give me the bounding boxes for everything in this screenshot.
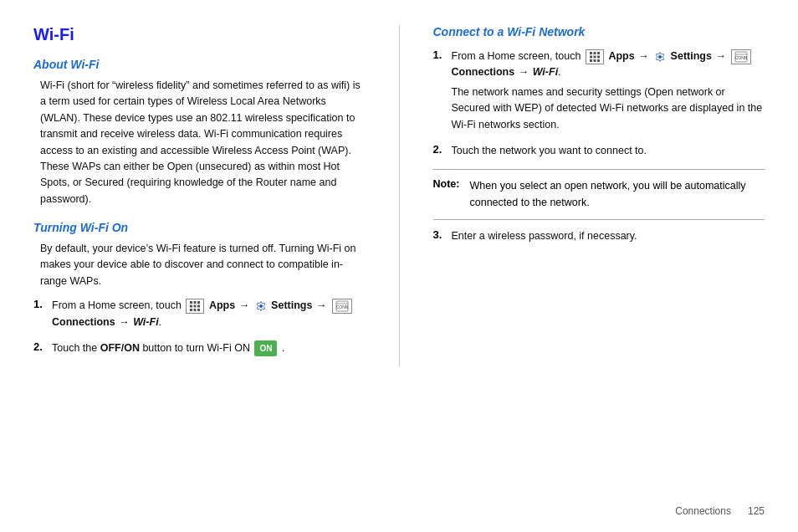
turning-step-2: 2. Touch the OFF/ON button to turn Wi-Fi… bbox=[33, 340, 366, 357]
step-1-content: From a Home screen, touch bbox=[52, 298, 366, 330]
arrow-1: → bbox=[239, 299, 250, 311]
svg-rect-14 bbox=[593, 52, 596, 54]
svg-rect-4 bbox=[194, 304, 197, 307]
svg-rect-2 bbox=[197, 301, 200, 304]
note-row: Note: When you select an open network, y… bbox=[433, 178, 765, 211]
note-text: When you select an open network, you wil… bbox=[470, 178, 765, 211]
connect-apps-label: Apps bbox=[608, 50, 634, 62]
svg-rect-5 bbox=[197, 304, 200, 307]
step-2-content: Touch the OFF/ON button to turn Wi-Fi ON… bbox=[52, 340, 284, 357]
connections-label: Connections bbox=[52, 316, 115, 328]
connect-step-number-2: 2. bbox=[433, 143, 447, 156]
svg-rect-6 bbox=[190, 309, 192, 311]
svg-rect-15 bbox=[597, 52, 600, 54]
connect-step-2: 2. Touch the network you want to connect… bbox=[433, 143, 765, 159]
settings-label: Settings bbox=[271, 299, 312, 311]
note-section: Note: When you select an open network, y… bbox=[433, 169, 765, 220]
svg-rect-21 bbox=[597, 59, 600, 62]
connect-step1-period: . bbox=[558, 66, 560, 78]
arrow-2: → bbox=[316, 299, 327, 311]
connect-step1-sub: The network names and security settings … bbox=[452, 84, 765, 133]
svg-rect-0 bbox=[190, 301, 192, 304]
connect-arrow-1: → bbox=[638, 50, 649, 62]
connect-step-1: 1. From a Home screen, touch bbox=[433, 49, 765, 133]
connections-icon: CONN bbox=[332, 299, 352, 314]
step-number-2: 2. bbox=[33, 340, 47, 353]
step2-touch-text: Touch the bbox=[52, 342, 97, 354]
arrow-3: → bbox=[119, 316, 130, 328]
svg-point-22 bbox=[658, 55, 662, 59]
turning-steps-list: 1. From a Home screen, touch bbox=[33, 298, 366, 356]
about-body-text: Wi-Fi (short for “wireless fidelity” and… bbox=[40, 78, 366, 207]
connect-section-title: Connect to a Wi-Fi Network bbox=[433, 25, 765, 38]
wifi-label-1: Wi-Fi bbox=[133, 316, 158, 328]
connect-step1-from-text: From a Home screen, touch bbox=[452, 50, 581, 62]
step2-end-period: . bbox=[282, 342, 284, 354]
turning-step-1: 1. From a Home screen, touch bbox=[33, 298, 366, 330]
left-column: Wi-Fi About Wi-Fi Wi-Fi (short for “wire… bbox=[33, 25, 366, 366]
step1-from-text: From a Home screen, touch bbox=[52, 299, 182, 311]
connect-step-1-content: From a Home screen, touch bbox=[452, 49, 765, 133]
settings-icon bbox=[255, 300, 267, 312]
connect-connections-icon: CONN bbox=[731, 49, 751, 64]
turning-body-text: By default, your device’s Wi-Fi feature … bbox=[40, 241, 366, 289]
step1-period: . bbox=[159, 316, 161, 328]
svg-rect-19 bbox=[590, 59, 592, 62]
connect-arrow-2: → bbox=[715, 50, 726, 62]
footer-section: Connections bbox=[675, 505, 731, 517]
svg-text:CONN: CONN bbox=[336, 304, 349, 309]
page-content: Wi-Fi About Wi-Fi Wi-Fi (short for “wire… bbox=[0, 0, 798, 408]
connect-steps-list: 1. From a Home screen, touch bbox=[433, 49, 765, 159]
svg-rect-8 bbox=[197, 309, 200, 311]
svg-rect-7 bbox=[194, 309, 197, 311]
right-column: Connect to a Wi-Fi Network 1. From a Hom… bbox=[399, 25, 765, 366]
offon-label: OFF/ON bbox=[100, 342, 140, 354]
connect-settings-label: Settings bbox=[671, 50, 712, 62]
connect-step-number-3: 3. bbox=[433, 228, 447, 241]
step2-suffix-text: button to turn Wi-Fi ON bbox=[142, 342, 250, 354]
note-label: Note: bbox=[433, 178, 465, 190]
apps-icon bbox=[186, 299, 204, 314]
page-title: Wi-Fi bbox=[33, 25, 366, 44]
svg-rect-18 bbox=[597, 55, 600, 58]
footer-page-number: 125 bbox=[748, 505, 765, 517]
svg-rect-13 bbox=[590, 52, 592, 54]
connect-step-3: 3. Enter a wireless password, if necessa… bbox=[433, 228, 765, 244]
connect-wifi-label: Wi-Fi bbox=[533, 66, 558, 78]
step-number-1: 1. bbox=[33, 298, 47, 310]
connect-step-number-1: 1. bbox=[433, 49, 447, 61]
connect-step-3-content: Enter a wireless password, if necessary. bbox=[452, 228, 637, 244]
svg-rect-17 bbox=[593, 55, 596, 58]
on-button: ON bbox=[254, 340, 277, 357]
connect-connections-label: Connections bbox=[452, 66, 515, 78]
footer: Connections 125 bbox=[675, 505, 765, 517]
svg-text:CONN: CONN bbox=[735, 55, 748, 60]
connect-settings-icon bbox=[654, 51, 666, 63]
connect-steps-list-2: 3. Enter a wireless password, if necessa… bbox=[433, 228, 765, 244]
turning-section-title: Turning Wi-Fi On bbox=[33, 221, 366, 234]
svg-point-9 bbox=[259, 304, 263, 308]
connect-apps-icon bbox=[586, 49, 604, 64]
apps-label: Apps bbox=[209, 299, 235, 311]
svg-rect-3 bbox=[190, 304, 192, 307]
connect-arrow-3: → bbox=[519, 66, 529, 78]
about-section-title: About Wi-Fi bbox=[33, 58, 366, 71]
connect-step-2-content: Touch the network you want to connect to… bbox=[452, 143, 647, 159]
svg-rect-20 bbox=[593, 59, 596, 62]
svg-rect-16 bbox=[590, 55, 592, 58]
svg-rect-1 bbox=[194, 301, 197, 304]
